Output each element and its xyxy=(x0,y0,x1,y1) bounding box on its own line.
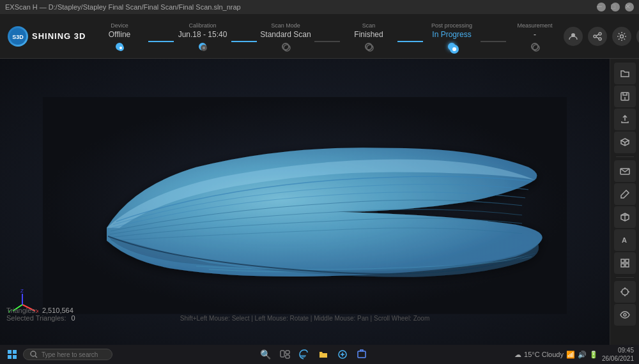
user-icon-button[interactable] xyxy=(564,27,583,46)
pipeline: Device Offline Calibration Jun.18 - 15:4… xyxy=(91,22,564,50)
pipeline-step-scanmode[interactable]: Scan Mode Standard Scan xyxy=(257,22,314,50)
svg-rect-45 xyxy=(13,350,17,354)
svg-rect-37 xyxy=(626,264,629,267)
connector-2 xyxy=(231,41,257,42)
help-icon-button[interactable] xyxy=(636,27,639,46)
taskbar-center[interactable]: 🔍 xyxy=(259,347,369,361)
svg-point-3 xyxy=(119,47,122,49)
svg-line-15 xyxy=(596,34,599,36)
svg-point-5 xyxy=(203,47,205,49)
titlebar-left: EXScan H — D:/Stapley/Stapley Final Scan… xyxy=(5,3,241,11)
taskbar-search-icon[interactable]: 🔍 xyxy=(259,347,273,361)
step-scan-label: Scan xyxy=(362,22,376,29)
svg-point-38 xyxy=(622,289,628,295)
pipeline-step-postprocess[interactable]: Post processing In Progress xyxy=(423,22,481,50)
header-bar: S3D SHINING 3D Device Offline Calibratio… xyxy=(0,14,639,59)
logo-area: S3D SHINING 3D xyxy=(8,26,91,47)
svg-text:A: A xyxy=(622,236,627,244)
taskbar-edge-icon[interactable] xyxy=(297,347,311,361)
text-tool-button[interactable]: A xyxy=(614,229,636,251)
clock-date: 26/06/2021 xyxy=(602,354,634,363)
weather-icon: ☁ xyxy=(514,351,521,359)
svg-point-7 xyxy=(367,45,373,51)
selected-triangles-label: Selected Triangles: xyxy=(6,314,66,322)
network-icon: 📶 xyxy=(566,351,575,359)
viewport-hint: Shift+Left Mouse: Select | Left Mouse: R… xyxy=(180,315,429,322)
save-button[interactable] xyxy=(614,86,636,107)
svg-rect-35 xyxy=(626,259,629,262)
svg-rect-46 xyxy=(8,355,12,359)
taskbar-right[interactable]: ☁ 15°C Cloudy 📶 🔊 🔋 09:45 26/06/2021 xyxy=(514,346,634,363)
taskbar-task-view-icon[interactable] xyxy=(278,347,292,361)
step-cal-dot xyxy=(199,43,206,50)
weather-text: 15°C Cloudy xyxy=(524,351,564,359)
svg-point-6 xyxy=(284,45,290,51)
pipeline-step-scan[interactable]: Scan Finished xyxy=(340,22,397,50)
clock-time: 09:45 xyxy=(602,346,634,354)
open-folder-button[interactable] xyxy=(614,63,636,84)
maximize-button[interactable]: □ xyxy=(611,3,620,11)
pipeline-step-calibration[interactable]: Calibration Jun.18 - 15:40 xyxy=(174,22,231,50)
envelope-button[interactable] xyxy=(614,160,636,182)
step-mode-value: Standard Scan xyxy=(260,30,311,39)
svg-rect-47 xyxy=(13,355,17,359)
export-button[interactable] xyxy=(614,109,636,130)
battery-icon: 🔋 xyxy=(589,351,598,359)
header-icons[interactable] xyxy=(564,27,639,46)
close-button[interactable]: ✕ xyxy=(625,3,634,11)
taskbar-file-explorer-icon[interactable] xyxy=(316,347,330,361)
step-mode-dot xyxy=(282,43,289,50)
svg-point-10 xyxy=(533,45,539,51)
svg-rect-54 xyxy=(358,351,366,358)
svg-point-13 xyxy=(594,35,596,38)
3d-model-view xyxy=(43,97,567,315)
svg-rect-34 xyxy=(621,259,624,262)
pen-tool-button[interactable] xyxy=(614,183,636,205)
connector-3 xyxy=(314,41,340,42)
3d-viewport[interactable]: X Y Z Triangles: 2,510,564 Selected Tria… xyxy=(0,59,610,345)
pipeline-step-measurement[interactable]: Measurement - xyxy=(506,22,564,50)
minimize-button[interactable]: ─ xyxy=(597,3,606,11)
windows-start-button[interactable] xyxy=(5,347,19,361)
system-tray-icons[interactable]: ☁ 15°C Cloudy 📶 🔊 🔋 xyxy=(514,351,598,359)
windows-search-box[interactable]: Type here to search xyxy=(23,349,112,360)
toolbar-divider-2 xyxy=(616,277,634,278)
step-post-dot xyxy=(448,43,456,50)
taskbar-app1-icon[interactable] xyxy=(335,347,350,361)
settings-icon-button[interactable] xyxy=(612,27,631,46)
right-toolbar[interactable]: A xyxy=(610,59,639,345)
system-clock[interactable]: 09:45 26/06/2021 xyxy=(602,346,634,363)
selected-triangles-value: 0 xyxy=(72,314,75,322)
svg-rect-44 xyxy=(8,350,12,354)
taskbar-left[interactable]: Type here to search xyxy=(5,347,112,361)
triangles-label: Triangles: xyxy=(6,307,37,314)
svg-text:S3D: S3D xyxy=(12,34,24,40)
cube-button[interactable] xyxy=(614,206,636,228)
svg-line-49 xyxy=(35,356,37,358)
3d-model-button[interactable] xyxy=(614,132,636,153)
connector-5 xyxy=(481,41,506,42)
svg-point-14 xyxy=(599,38,601,40)
logo-icon: S3D xyxy=(8,26,28,47)
titlebar-controls[interactable]: ─ □ ✕ xyxy=(597,3,634,11)
step-device-value: Offline xyxy=(109,30,130,39)
step-cal-value: Jun.18 - 15:40 xyxy=(178,30,227,39)
taskbar-app2-icon[interactable] xyxy=(355,347,369,361)
toolbar-divider-1 xyxy=(616,156,634,157)
connector-4 xyxy=(397,41,423,42)
triangle-info: Triangles: 2,510,564 Selected Triangles:… xyxy=(6,307,75,322)
title-bar: EXScan H — D:/Stapley/Stapley Final Scan… xyxy=(0,0,639,14)
step-post-label: Post processing xyxy=(431,22,472,29)
pipeline-step-device[interactable]: Device Offline xyxy=(91,22,148,50)
share-icon-button[interactable] xyxy=(588,27,607,46)
crosshair-button[interactable] xyxy=(614,281,636,303)
step-meas-dot xyxy=(531,43,539,50)
step-scan-dot xyxy=(365,43,373,50)
step-meas-value: - xyxy=(534,30,536,39)
step-post-value: In Progress xyxy=(432,30,471,39)
svg-rect-51 xyxy=(286,351,289,354)
eye-button[interactable] xyxy=(614,304,636,326)
step-cal-label: Calibration xyxy=(189,22,216,29)
svg-line-16 xyxy=(596,37,599,38)
grid-button[interactable] xyxy=(614,252,636,274)
